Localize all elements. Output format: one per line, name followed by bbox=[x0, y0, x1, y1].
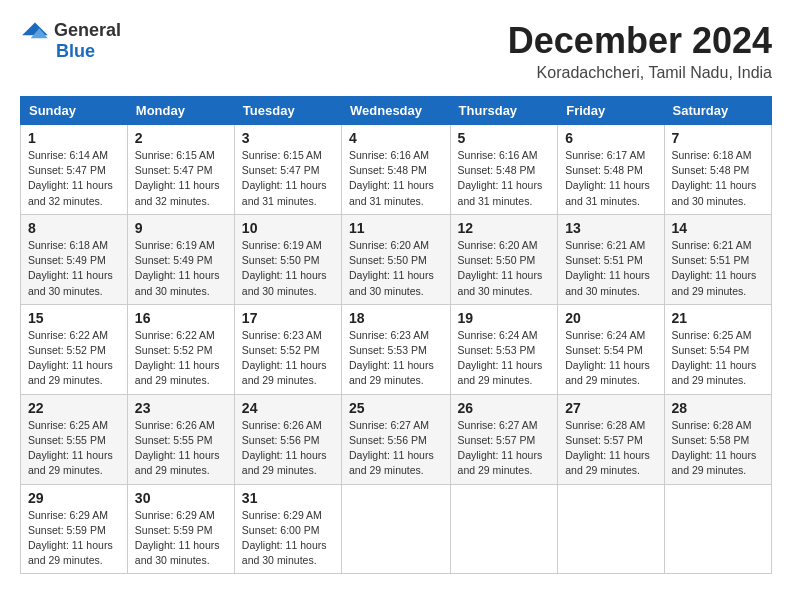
table-row: 16Sunrise: 6:22 AMSunset: 5:52 PMDayligh… bbox=[127, 304, 234, 394]
table-row: 5Sunrise: 6:16 AMSunset: 5:48 PMDaylight… bbox=[450, 125, 558, 215]
day-info: Sunrise: 6:18 AMSunset: 5:48 PMDaylight:… bbox=[672, 148, 764, 209]
logo: General Blue bbox=[20, 20, 121, 62]
table-row: 21Sunrise: 6:25 AMSunset: 5:54 PMDayligh… bbox=[664, 304, 771, 394]
day-info: Sunrise: 6:25 AMSunset: 5:55 PMDaylight:… bbox=[28, 418, 120, 479]
col-thursday: Thursday bbox=[450, 97, 558, 125]
day-info: Sunrise: 6:20 AMSunset: 5:50 PMDaylight:… bbox=[349, 238, 443, 299]
day-info: Sunrise: 6:27 AMSunset: 5:57 PMDaylight:… bbox=[458, 418, 551, 479]
table-row: 17Sunrise: 6:23 AMSunset: 5:52 PMDayligh… bbox=[234, 304, 341, 394]
table-row bbox=[450, 484, 558, 574]
day-number: 12 bbox=[458, 220, 551, 236]
title-block: December 2024 Koradachcheri, Tamil Nadu,… bbox=[508, 20, 772, 82]
day-number: 9 bbox=[135, 220, 227, 236]
col-saturday: Saturday bbox=[664, 97, 771, 125]
table-row: 22Sunrise: 6:25 AMSunset: 5:55 PMDayligh… bbox=[21, 394, 128, 484]
table-row: 8Sunrise: 6:18 AMSunset: 5:49 PMDaylight… bbox=[21, 214, 128, 304]
table-row: 30Sunrise: 6:29 AMSunset: 5:59 PMDayligh… bbox=[127, 484, 234, 574]
calendar-week-row: 1Sunrise: 6:14 AMSunset: 5:47 PMDaylight… bbox=[21, 125, 772, 215]
day-info: Sunrise: 6:29 AMSunset: 5:59 PMDaylight:… bbox=[135, 508, 227, 569]
day-info: Sunrise: 6:20 AMSunset: 5:50 PMDaylight:… bbox=[458, 238, 551, 299]
day-number: 7 bbox=[672, 130, 764, 146]
day-info: Sunrise: 6:23 AMSunset: 5:53 PMDaylight:… bbox=[349, 328, 443, 389]
table-row: 9Sunrise: 6:19 AMSunset: 5:49 PMDaylight… bbox=[127, 214, 234, 304]
day-number: 28 bbox=[672, 400, 764, 416]
table-row: 6Sunrise: 6:17 AMSunset: 5:48 PMDaylight… bbox=[558, 125, 664, 215]
day-info: Sunrise: 6:14 AMSunset: 5:47 PMDaylight:… bbox=[28, 148, 120, 209]
logo-blue: Blue bbox=[56, 41, 95, 62]
day-info: Sunrise: 6:26 AMSunset: 5:56 PMDaylight:… bbox=[242, 418, 334, 479]
day-number: 25 bbox=[349, 400, 443, 416]
day-number: 1 bbox=[28, 130, 120, 146]
day-info: Sunrise: 6:17 AMSunset: 5:48 PMDaylight:… bbox=[565, 148, 656, 209]
day-info: Sunrise: 6:18 AMSunset: 5:49 PMDaylight:… bbox=[28, 238, 120, 299]
day-number: 11 bbox=[349, 220, 443, 236]
day-number: 13 bbox=[565, 220, 656, 236]
day-info: Sunrise: 6:25 AMSunset: 5:54 PMDaylight:… bbox=[672, 328, 764, 389]
day-number: 17 bbox=[242, 310, 334, 326]
day-info: Sunrise: 6:29 AMSunset: 6:00 PMDaylight:… bbox=[242, 508, 334, 569]
day-info: Sunrise: 6:28 AMSunset: 5:57 PMDaylight:… bbox=[565, 418, 656, 479]
table-row: 24Sunrise: 6:26 AMSunset: 5:56 PMDayligh… bbox=[234, 394, 341, 484]
day-number: 31 bbox=[242, 490, 334, 506]
calendar-week-row: 15Sunrise: 6:22 AMSunset: 5:52 PMDayligh… bbox=[21, 304, 772, 394]
day-number: 24 bbox=[242, 400, 334, 416]
day-number: 8 bbox=[28, 220, 120, 236]
table-row: 7Sunrise: 6:18 AMSunset: 5:48 PMDaylight… bbox=[664, 125, 771, 215]
table-row: 11Sunrise: 6:20 AMSunset: 5:50 PMDayligh… bbox=[342, 214, 451, 304]
day-number: 29 bbox=[28, 490, 120, 506]
day-number: 21 bbox=[672, 310, 764, 326]
table-row: 26Sunrise: 6:27 AMSunset: 5:57 PMDayligh… bbox=[450, 394, 558, 484]
day-info: Sunrise: 6:21 AMSunset: 5:51 PMDaylight:… bbox=[565, 238, 656, 299]
calendar-week-row: 22Sunrise: 6:25 AMSunset: 5:55 PMDayligh… bbox=[21, 394, 772, 484]
day-info: Sunrise: 6:29 AMSunset: 5:59 PMDaylight:… bbox=[28, 508, 120, 569]
day-info: Sunrise: 6:15 AMSunset: 5:47 PMDaylight:… bbox=[242, 148, 334, 209]
table-row: 10Sunrise: 6:19 AMSunset: 5:50 PMDayligh… bbox=[234, 214, 341, 304]
day-number: 3 bbox=[242, 130, 334, 146]
col-friday: Friday bbox=[558, 97, 664, 125]
table-row: 27Sunrise: 6:28 AMSunset: 5:57 PMDayligh… bbox=[558, 394, 664, 484]
day-number: 22 bbox=[28, 400, 120, 416]
day-info: Sunrise: 6:19 AMSunset: 5:50 PMDaylight:… bbox=[242, 238, 334, 299]
table-row: 3Sunrise: 6:15 AMSunset: 5:47 PMDaylight… bbox=[234, 125, 341, 215]
day-info: Sunrise: 6:21 AMSunset: 5:51 PMDaylight:… bbox=[672, 238, 764, 299]
table-row: 29Sunrise: 6:29 AMSunset: 5:59 PMDayligh… bbox=[21, 484, 128, 574]
day-number: 20 bbox=[565, 310, 656, 326]
logo-general: General bbox=[54, 20, 121, 41]
day-number: 27 bbox=[565, 400, 656, 416]
day-info: Sunrise: 6:24 AMSunset: 5:53 PMDaylight:… bbox=[458, 328, 551, 389]
day-number: 6 bbox=[565, 130, 656, 146]
table-row: 18Sunrise: 6:23 AMSunset: 5:53 PMDayligh… bbox=[342, 304, 451, 394]
table-row: 15Sunrise: 6:22 AMSunset: 5:52 PMDayligh… bbox=[21, 304, 128, 394]
day-number: 4 bbox=[349, 130, 443, 146]
table-row bbox=[664, 484, 771, 574]
day-info: Sunrise: 6:16 AMSunset: 5:48 PMDaylight:… bbox=[458, 148, 551, 209]
logo-icon bbox=[20, 21, 50, 41]
table-row: 25Sunrise: 6:27 AMSunset: 5:56 PMDayligh… bbox=[342, 394, 451, 484]
table-row: 28Sunrise: 6:28 AMSunset: 5:58 PMDayligh… bbox=[664, 394, 771, 484]
header: General Blue December 2024 Koradachcheri… bbox=[20, 20, 772, 82]
table-row: 31Sunrise: 6:29 AMSunset: 6:00 PMDayligh… bbox=[234, 484, 341, 574]
day-info: Sunrise: 6:19 AMSunset: 5:49 PMDaylight:… bbox=[135, 238, 227, 299]
table-row: 13Sunrise: 6:21 AMSunset: 5:51 PMDayligh… bbox=[558, 214, 664, 304]
day-number: 16 bbox=[135, 310, 227, 326]
calendar-subtitle: Koradachcheri, Tamil Nadu, India bbox=[508, 64, 772, 82]
day-info: Sunrise: 6:26 AMSunset: 5:55 PMDaylight:… bbox=[135, 418, 227, 479]
table-row: 14Sunrise: 6:21 AMSunset: 5:51 PMDayligh… bbox=[664, 214, 771, 304]
day-number: 14 bbox=[672, 220, 764, 236]
table-row: 23Sunrise: 6:26 AMSunset: 5:55 PMDayligh… bbox=[127, 394, 234, 484]
day-number: 26 bbox=[458, 400, 551, 416]
table-row: 20Sunrise: 6:24 AMSunset: 5:54 PMDayligh… bbox=[558, 304, 664, 394]
day-info: Sunrise: 6:24 AMSunset: 5:54 PMDaylight:… bbox=[565, 328, 656, 389]
day-info: Sunrise: 6:28 AMSunset: 5:58 PMDaylight:… bbox=[672, 418, 764, 479]
day-number: 5 bbox=[458, 130, 551, 146]
day-number: 23 bbox=[135, 400, 227, 416]
col-monday: Monday bbox=[127, 97, 234, 125]
day-number: 30 bbox=[135, 490, 227, 506]
day-info: Sunrise: 6:22 AMSunset: 5:52 PMDaylight:… bbox=[135, 328, 227, 389]
day-info: Sunrise: 6:16 AMSunset: 5:48 PMDaylight:… bbox=[349, 148, 443, 209]
table-row bbox=[342, 484, 451, 574]
col-sunday: Sunday bbox=[21, 97, 128, 125]
table-row: 12Sunrise: 6:20 AMSunset: 5:50 PMDayligh… bbox=[450, 214, 558, 304]
day-info: Sunrise: 6:23 AMSunset: 5:52 PMDaylight:… bbox=[242, 328, 334, 389]
col-tuesday: Tuesday bbox=[234, 97, 341, 125]
